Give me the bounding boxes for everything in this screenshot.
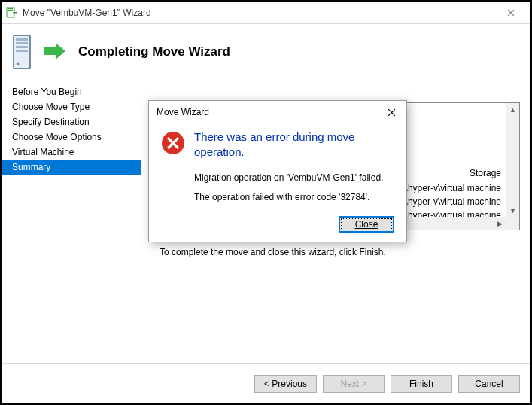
window-titlebar: Move "VembuVM-Gen1" Wizard bbox=[2, 2, 530, 24]
sidebar-item-label: Summary bbox=[12, 162, 50, 172]
sidebar-item-before-you-begin[interactable]: Before You Begin bbox=[2, 84, 141, 99]
dialog-titlebar: Move Wizard bbox=[149, 101, 406, 123]
wizard-steps-sidebar: Before You Begin Choose Move Type Specif… bbox=[2, 80, 141, 363]
svg-rect-7 bbox=[16, 50, 28, 52]
error-heading: There was an error during move operation… bbox=[194, 129, 394, 159]
sidebar-item-virtual-machine[interactable]: Virtual Machine bbox=[2, 145, 141, 160]
error-message-1: Migration operation on 'VembuVM-Gen1' fa… bbox=[194, 172, 394, 183]
error-icon bbox=[161, 131, 185, 155]
move-arrow-icon bbox=[44, 42, 66, 62]
sidebar-item-specify-destination[interactable]: Specify Destination bbox=[2, 114, 141, 129]
app-icon bbox=[6, 7, 18, 19]
sidebar-item-choose-move-type[interactable]: Choose Move Type bbox=[2, 99, 141, 114]
dialog-title: Move Wizard bbox=[157, 107, 379, 117]
server-icon bbox=[12, 34, 38, 70]
scroll-up-icon[interactable]: ▲ bbox=[506, 103, 519, 116]
sidebar-item-label: Before You Begin bbox=[12, 87, 82, 97]
scroll-down-icon[interactable]: ▼ bbox=[506, 204, 519, 217]
wizard-hint-text: To complete the move and close this wiza… bbox=[160, 247, 386, 257]
sidebar-item-label: Virtual Machine bbox=[12, 147, 74, 157]
wizard-footer: < Previous Next > Finish Cancel bbox=[2, 363, 530, 403]
svg-rect-6 bbox=[16, 46, 28, 48]
wizard-heading-row: Completing Move Wizard bbox=[2, 24, 530, 80]
error-message-2: The operation failed with error code '32… bbox=[194, 192, 394, 202]
next-button: Next > bbox=[323, 375, 385, 393]
page-title: Completing Move Wizard bbox=[78, 44, 230, 59]
svg-point-8 bbox=[17, 63, 20, 65]
cancel-button[interactable]: Cancel bbox=[458, 375, 520, 393]
sidebar-item-summary[interactable]: Summary bbox=[2, 160, 141, 175]
vertical-scrollbar[interactable]: ▲ ▼ bbox=[506, 103, 519, 217]
dialog-close-button[interactable] bbox=[379, 102, 403, 122]
sidebar-item-choose-move-options[interactable]: Choose Move Options bbox=[2, 129, 141, 145]
svg-rect-5 bbox=[16, 42, 28, 44]
previous-button[interactable]: < Previous bbox=[254, 375, 317, 393]
sidebar-item-label: Choose Move Options bbox=[12, 132, 102, 142]
sidebar-item-label: Choose Move Type bbox=[12, 102, 90, 112]
dialog-ok-button[interactable]: Close bbox=[339, 216, 394, 233]
scroll-right-icon[interactable]: ▶ bbox=[494, 217, 506, 230]
error-dialog: Move Wizard There was an error during mo… bbox=[148, 100, 407, 242]
svg-rect-1 bbox=[8, 8, 13, 9]
window-title: Move "VembuVM-Gen1" Wizard bbox=[23, 8, 496, 18]
window-close-button[interactable] bbox=[496, 2, 526, 23]
sidebar-item-label: Specify Destination bbox=[12, 117, 90, 127]
svg-rect-4 bbox=[16, 38, 28, 41]
svg-rect-2 bbox=[8, 10, 13, 11]
finish-button[interactable]: Finish bbox=[391, 375, 452, 393]
